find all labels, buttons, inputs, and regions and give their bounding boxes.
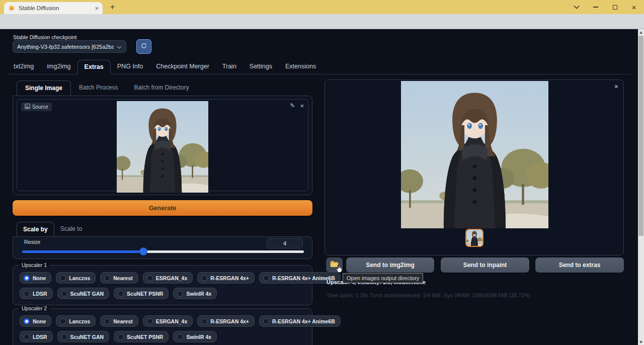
tab-txt2img[interactable]: txt2img (7, 60, 40, 74)
window-close-button[interactable]: × (630, 3, 638, 11)
source-image-dropzone[interactable]: Source ✎ × (17, 99, 308, 191)
browser-toolbar: ← → 127.0.0.1:7860 ★ G ⋮ (0, 14, 644, 29)
generate-button[interactable]: Generate (13, 200, 312, 216)
radio-scunet-psnr[interactable]: ScuNET PSNR (114, 288, 169, 299)
window-restore-button[interactable] (611, 3, 619, 11)
radio-none[interactable]: None (20, 315, 51, 327)
radio-resrgan4x-anime6b[interactable]: R-ESRGAN 4x+ Anime6B (259, 315, 341, 327)
upscaler1-label: Upscaler 1 (19, 262, 49, 268)
main-tab-bar: txt2img img2img Extras PNG Info Checkpoi… (7, 60, 631, 74)
upscaler2-label: Upscaler 2 (19, 305, 49, 311)
radio-dot (24, 275, 30, 281)
refresh-icon (140, 42, 147, 51)
send-to-inpaint-button[interactable]: Send to inpaint (441, 257, 529, 273)
tab-train[interactable]: Train (216, 60, 243, 74)
radio-dot (147, 275, 153, 281)
radio-dot (24, 318, 30, 324)
browser-tab[interactable]: Stable Diffusion × (4, 2, 103, 14)
radio-scunet-gan[interactable]: ScuNET GAN (57, 331, 110, 342)
stable-diffusion-webui: Stable Diffusion checkpoint Anything-V3-… (0, 29, 638, 345)
tab-single-image[interactable]: Single Image (17, 80, 71, 96)
radio-swinir-4x[interactable]: SwinIR 4x (173, 288, 217, 299)
vertical-scrollbar[interactable] (638, 29, 644, 345)
resize-value-input[interactable]: 4 (267, 238, 303, 248)
source-chip: Source (21, 103, 52, 111)
radio-dot (24, 291, 30, 297)
performance-stats-text: Time taken: 1.29s Torch active/reserved:… (327, 292, 531, 298)
new-tab-button[interactable]: + (108, 3, 117, 12)
tab-batch-from-directory[interactable]: Batch from Directory (126, 80, 197, 96)
checkpoint-value: Anything-V3-fp32.safetensors [625a2ba2] (17, 44, 114, 50)
extras-mode-tabs: Single Image Batch Process Batch from Di… (17, 80, 197, 96)
close-gallery-icon[interactable]: × (614, 83, 618, 90)
scale-mode-tabs: Scale by Scale to (17, 222, 88, 237)
resize-label: Resize (24, 239, 40, 245)
tab-extensions[interactable]: Extensions (279, 60, 323, 74)
tab-scale-to[interactable]: Scale to (54, 222, 88, 237)
radio-dot (60, 275, 66, 281)
radio-resrgan4x[interactable]: R-ESRGAN 4x+ (197, 272, 255, 284)
radio-dot (201, 318, 207, 324)
radio-dot (24, 334, 30, 340)
radio-scunet-gan[interactable]: ScuNET GAN (57, 288, 110, 299)
resize-panel: Resize 4 (13, 236, 312, 259)
radio-dot (61, 291, 67, 297)
window-chevron-icon[interactable] (573, 3, 581, 11)
tab-close-icon[interactable]: × (95, 5, 99, 12)
source-label: Source (32, 104, 48, 110)
radio-dot (104, 318, 110, 324)
send-to-extras-button[interactable]: Send to extras (535, 257, 624, 273)
browser-tab-title: Stable Diffusion (19, 5, 91, 11)
radio-dot (60, 318, 66, 324)
edit-pencil-icon[interactable]: ✎ (290, 102, 295, 110)
radio-dot (263, 275, 269, 281)
radio-none[interactable]: None (20, 272, 51, 284)
checkpoint-label: Stable Diffusion checkpoint (13, 34, 76, 40)
result-thumbnail[interactable] (465, 229, 484, 247)
window-minimize-button[interactable] (592, 3, 600, 11)
tab-batch-process[interactable]: Batch Process (71, 80, 126, 96)
radio-esrgan4x[interactable]: ESRGAN_4x (143, 272, 193, 284)
slider-track[interactable] (22, 250, 304, 253)
tab-checkpoint-merger[interactable]: Checkpoint Merger (149, 60, 216, 74)
tab-scale-by[interactable]: Scale by (17, 222, 54, 237)
radio-dot (263, 318, 269, 324)
browser-tabstrip: Stable Diffusion × + × (0, 0, 644, 14)
radio-lanczos[interactable]: Lanczos (56, 272, 96, 284)
radio-dot (61, 334, 67, 340)
upscaler2-group: Upscaler 2 None Lanczos Nearest ESRGAN_4… (13, 308, 312, 345)
radio-swinir-4x[interactable]: SwinIR 4x (173, 331, 217, 342)
resize-slider[interactable] (22, 248, 304, 255)
tooltip: Open images output directory (343, 273, 423, 283)
source-image-panel: Source ✎ × (13, 96, 312, 195)
radio-ldsr[interactable]: LDSR (20, 331, 53, 342)
radio-dot (177, 291, 183, 297)
tab-img2img[interactable]: img2img (40, 60, 77, 74)
radio-resrgan4x[interactable]: R-ESRGAN 4x+ (197, 315, 255, 327)
scroll-up-arrow[interactable] (638, 29, 644, 35)
radio-nearest[interactable]: Nearest (100, 315, 138, 327)
chevron-down-icon (117, 42, 122, 51)
app-favicon-icon (8, 5, 15, 12)
result-gallery-panel: × (325, 79, 624, 255)
result-image[interactable] (401, 81, 548, 228)
radio-dot (147, 318, 153, 324)
tab-settings[interactable]: Settings (243, 60, 279, 74)
scroll-down-arrow[interactable] (638, 339, 644, 345)
checkpoint-dropdown[interactable]: Anything-V3-fp32.safetensors [625a2ba2] (13, 40, 126, 53)
radio-dot (201, 275, 207, 281)
source-image[interactable] (117, 101, 208, 193)
scrollbar-thumb[interactable] (638, 36, 643, 236)
radio-dot (104, 275, 110, 281)
slider-thumb[interactable] (140, 248, 147, 255)
radio-ldsr[interactable]: LDSR (20, 288, 53, 299)
clear-image-icon[interactable]: × (300, 102, 304, 110)
radio-nearest[interactable]: Nearest (100, 272, 138, 284)
tab-png-info[interactable]: PNG Info (111, 60, 149, 74)
radio-esrgan4x[interactable]: ESRGAN_4x (143, 315, 193, 327)
radio-lanczos[interactable]: Lanczos (56, 315, 96, 327)
radio-scunet-psnr[interactable]: ScuNET PSNR (114, 331, 169, 342)
refresh-checkpoints-button[interactable] (136, 39, 151, 54)
tab-extras[interactable]: Extras (77, 60, 111, 74)
send-to-img2img-button[interactable]: Send to img2img (346, 257, 434, 273)
